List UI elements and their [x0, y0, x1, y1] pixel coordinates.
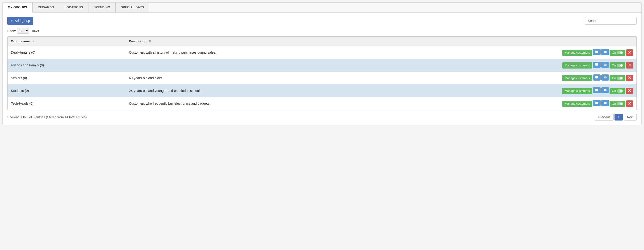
table-row: Tech-Heads (0)Customers who frequently b…	[8, 97, 636, 110]
cell-actions: Manage customersOn	[405, 46, 636, 59]
toggle-switch-icon	[617, 102, 623, 105]
cell-description: Customers who frequently buy electronics…	[126, 97, 405, 110]
cell-group-name: Students (0)	[8, 84, 126, 97]
tab-locations[interactable]: LOCATIONS	[59, 3, 88, 12]
chat-button[interactable]	[593, 87, 600, 93]
delete-button[interactable]	[626, 88, 633, 94]
toggle-switch-icon	[617, 89, 623, 93]
add-group-button[interactable]: + Add group	[7, 17, 33, 25]
cell-actions: Manage customersOn	[405, 72, 636, 84]
delete-button[interactable]	[626, 49, 633, 56]
delete-button[interactable]	[626, 100, 633, 107]
manage-customers-button[interactable]: Manage customers	[562, 62, 592, 69]
col-actions	[405, 37, 636, 46]
show-label: Show	[7, 29, 16, 33]
col-description-label: Description	[129, 40, 146, 43]
chat-button[interactable]	[593, 62, 600, 68]
groups-table: Group name ▲ Description ⇅ Deal-Hunters …	[8, 37, 636, 110]
add-group-label: Add group	[15, 19, 30, 23]
toggle-switch-icon	[617, 64, 623, 67]
email-button[interactable]	[601, 62, 609, 68]
cell-actions: Manage customersOn	[405, 59, 636, 72]
tabs-bar: MY GROUPS REWARDS LOCATIONS SPENDING SPE…	[2, 3, 642, 13]
table-row: Friends and Family (0)Manage customersOn	[8, 59, 636, 72]
tab-spending[interactable]: SPENDING	[88, 3, 116, 12]
toggle-button[interactable]: On	[610, 62, 625, 69]
page-1-button[interactable]: 1	[614, 114, 623, 120]
cell-group-name: Deal-Hunters (0)	[8, 46, 126, 59]
show-rows-control: Show 10 25 50 100 Rows	[7, 28, 637, 34]
search-input[interactable]	[585, 17, 637, 25]
toolbar: + Add group	[7, 17, 637, 25]
cell-group-name: Tech-Heads (0)	[8, 97, 126, 110]
cell-actions: Manage customersOn	[405, 84, 636, 97]
manage-customers-button[interactable]: Manage customers	[562, 75, 592, 81]
col-group-name[interactable]: Group name ▲	[8, 37, 126, 46]
plus-icon: +	[10, 19, 13, 23]
tab-my-groups[interactable]: MY GROUPS	[2, 3, 32, 13]
toggle-button[interactable]: On	[610, 50, 625, 56]
cell-description: 60-years-old and older.	[126, 72, 405, 84]
chat-button[interactable]	[593, 49, 600, 55]
toggle-button[interactable]: On	[610, 75, 625, 81]
table-row: Deal-Hunters (0)Customers with a history…	[8, 46, 636, 59]
sort-icon-description: ⇅	[149, 40, 151, 43]
manage-customers-button[interactable]: Manage customers	[562, 101, 592, 107]
page-wrapper: MY GROUPS REWARDS LOCATIONS SPENDING SPE…	[2, 2, 642, 125]
rows-per-page-select[interactable]: 10 25 50 100	[17, 28, 29, 34]
manage-customers-button[interactable]: Manage customers	[562, 88, 592, 94]
toggle-label: On	[612, 51, 616, 54]
pagination: Previous 1 Next	[595, 114, 637, 120]
table-footer: Showing 1 to 5 of 5 entries (filtered fr…	[7, 114, 637, 120]
showing-text: Showing 1 to 5 of 5 entries (filtered fr…	[7, 115, 86, 119]
cell-group-name: Friends and Family (0)	[8, 59, 126, 72]
table-header-row: Group name ▲ Description ⇅	[8, 37, 636, 46]
email-button[interactable]	[601, 74, 609, 81]
rows-label: Rows	[31, 29, 39, 33]
delete-button[interactable]	[626, 75, 633, 81]
col-description[interactable]: Description ⇅	[126, 37, 405, 46]
toggle-button[interactable]: On	[610, 88, 625, 94]
email-button[interactable]	[601, 87, 609, 93]
delete-button[interactable]	[626, 62, 633, 69]
prev-page-button[interactable]: Previous	[595, 114, 614, 120]
tab-special-days[interactable]: SPECIAL DAYS	[116, 3, 149, 12]
toggle-switch-icon	[617, 77, 623, 80]
manage-customers-button[interactable]: Manage customers	[562, 50, 592, 56]
chat-button[interactable]	[593, 100, 600, 106]
cell-description: Customers with a history of making purch…	[126, 46, 405, 59]
email-button[interactable]	[601, 49, 609, 55]
tab-rewards[interactable]: REWARDS	[32, 3, 60, 12]
toggle-label: On	[612, 102, 616, 105]
sort-icon-group-name: ▲	[32, 40, 34, 43]
next-page-button[interactable]: Next	[624, 114, 637, 120]
main-content: + Add group Show 10 25 50 100 Rows	[2, 13, 642, 125]
col-group-name-label: Group name	[11, 40, 30, 43]
table-row: Students (0)24-years-old and younger and…	[8, 84, 636, 97]
toggle-label: On	[612, 89, 616, 93]
groups-table-wrapper: Group name ▲ Description ⇅ Deal-Hunters …	[7, 36, 637, 110]
cell-description	[126, 59, 405, 72]
toggle-switch-icon	[617, 51, 623, 54]
toggle-label: On	[612, 77, 616, 80]
cell-description: 24-years-old and younger and enrolled in…	[126, 84, 405, 97]
chat-button[interactable]	[593, 74, 600, 81]
toggle-button[interactable]: On	[610, 101, 625, 107]
toggle-label: On	[612, 64, 616, 67]
table-row: Seniors (0)60-years-old and older.Manage…	[8, 72, 636, 84]
email-button[interactable]	[601, 100, 609, 106]
cell-actions: Manage customersOn	[405, 97, 636, 110]
cell-group-name: Seniors (0)	[8, 72, 126, 84]
